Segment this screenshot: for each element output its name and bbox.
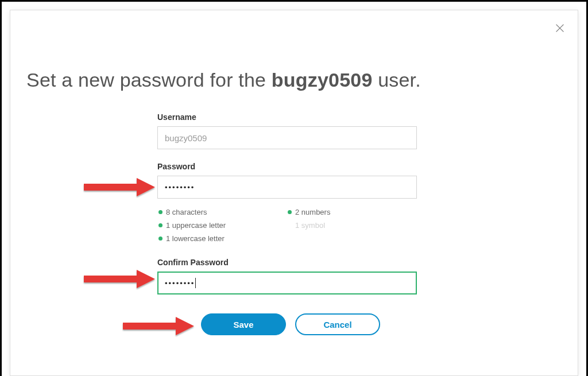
form: Username Password •••••••• 8 characters … [157,113,417,294]
req-1-symbol: 1 symbol [288,221,400,230]
check-dot-icon [288,210,292,214]
req-label: 2 numbers [295,208,330,216]
annotation-arrow-icon [82,176,157,199]
req-label: 1 lowercase letter [166,234,225,243]
page-title: Set a new password for the bugzy0509 use… [26,69,421,91]
req-8-characters: 8 characters [158,208,270,216]
password-input[interactable]: •••••••• [157,176,417,199]
username-input [157,126,417,149]
req-label: 1 uppercase letter [166,221,226,230]
cancel-button[interactable]: Cancel [295,313,380,335]
annotation-arrow-icon [121,315,196,338]
check-dot-icon [158,223,163,227]
viewport-frame: Set a new password for the bugzy0509 use… [0,0,588,376]
password-label: Password [157,162,417,171]
confirm-password-input[interactable]: •••••••• [157,272,417,294]
req-label: 1 symbol [295,221,325,230]
req-1-uppercase: 1 uppercase letter [158,221,270,230]
title-suffix: user. [373,69,421,91]
check-dot-icon [158,210,163,214]
title-username: bugzy0509 [272,69,373,91]
title-prefix: Set a new password for the [26,69,272,91]
confirm-password-label: Confirm Password [157,258,417,267]
button-row: Save Cancel [201,313,380,335]
confirm-password-value: •••••••• [165,279,195,288]
cancel-button-label: Cancel [323,320,351,330]
password-value: •••••••• [165,183,195,192]
check-dot-icon [158,237,163,241]
password-requirements: 8 characters 2 numbers 1 uppercase lette… [158,208,400,243]
check-dot-icon [288,223,292,227]
req-label: 8 characters [166,208,207,216]
req-2-numbers: 2 numbers [288,208,400,216]
text-cursor-icon [195,278,196,288]
set-password-modal: Set a new password for the bugzy0509 use… [10,10,578,376]
save-button-label: Save [233,320,253,330]
req-1-lowercase: 1 lowercase letter [158,234,270,243]
annotation-arrow-icon [82,268,157,290]
username-label: Username [157,113,417,122]
save-button[interactable]: Save [201,313,286,335]
close-icon[interactable] [554,22,566,34]
